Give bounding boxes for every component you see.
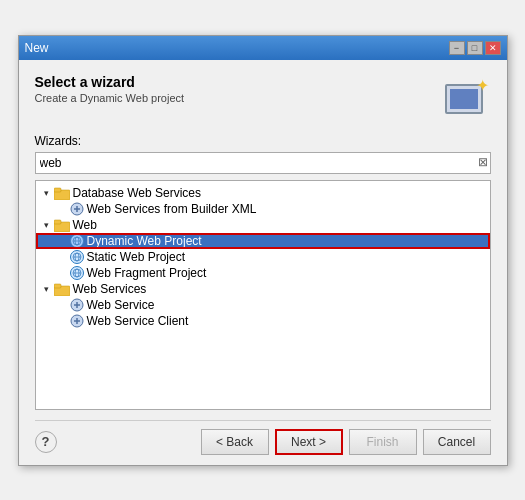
close-button[interactable]: ✕ <box>485 41 501 55</box>
tree-label-db-services-group: Database Web Services <box>73 186 202 200</box>
spacer-icon2: ▾ <box>56 234 70 248</box>
tree-label-ws-builder: Web Services from Builder XML <box>87 202 257 216</box>
help-button[interactable]: ? <box>35 431 57 453</box>
svg-rect-1 <box>54 188 61 192</box>
search-clear-icon[interactable]: ⊠ <box>478 155 488 169</box>
tree-item-web-service[interactable]: ▾ Web Service <box>36 297 490 313</box>
window-title: New <box>25 41 49 55</box>
header-section: Select a wizard Create a Dynamic Web pro… <box>35 74 491 122</box>
tree-label-web-service-client: Web Service Client <box>87 314 189 328</box>
globe-icon-fragment <box>70 266 84 280</box>
svg-rect-6 <box>54 220 61 224</box>
expand-icon-web: ▾ <box>40 218 54 232</box>
wizard-icon: ✦ <box>443 74 491 122</box>
header-text: Select a wizard Create a Dynamic Web pro… <box>35 74 185 104</box>
window-controls: − □ ✕ <box>449 41 501 55</box>
ws-icon-client <box>70 314 84 328</box>
tree-item-web-service-client[interactable]: ▾ Web Service Client <box>36 313 490 329</box>
button-group: < Back Next > Finish Cancel <box>201 429 491 455</box>
folder-icon-ws-group <box>54 282 70 296</box>
tree-item-web-group[interactable]: ▾ Web <box>36 217 490 233</box>
spacer-icon3: ▾ <box>56 250 70 264</box>
footer-section: ? < Back Next > Finish Cancel <box>35 420 491 455</box>
titlebar: New − □ ✕ <box>19 36 507 60</box>
tree-label-static-web-project: Static Web Project <box>87 250 185 264</box>
tree-label-dynamic-web-project: Dynamic Web Project <box>87 234 202 248</box>
folder-icon <box>54 186 70 200</box>
tree-item-db-services-group[interactable]: ▾ Database Web Services <box>36 185 490 201</box>
expand-icon: ▾ <box>40 186 54 200</box>
finish-button[interactable]: Finish <box>349 429 417 455</box>
spacer-icon: ▾ <box>56 202 70 216</box>
globe-icon-dynamic <box>70 234 84 248</box>
tree-label-web-fragment-project: Web Fragment Project <box>87 266 207 280</box>
tree-label-web-service: Web Service <box>87 298 155 312</box>
wizard-tree[interactable]: ▾ Database Web Services ▾ <box>35 180 491 410</box>
ws-icon-service <box>70 298 84 312</box>
spacer-icon6: ▾ <box>56 314 70 328</box>
folder-icon-web <box>54 218 70 232</box>
maximize-button[interactable]: □ <box>467 41 483 55</box>
page-title: Select a wizard <box>35 74 185 90</box>
expand-icon-ws-group: ▾ <box>40 282 54 296</box>
tree-label-web-services-group: Web Services <box>73 282 147 296</box>
tree-item-static-web-project[interactable]: ▾ Static Web Project <box>36 249 490 265</box>
content-area: Select a wizard Create a Dynamic Web pro… <box>19 60 507 465</box>
spacer-icon5: ▾ <box>56 298 70 312</box>
tree-item-web-fragment-project[interactable]: ▾ Web Fragment Project <box>36 265 490 281</box>
tree-item-dynamic-web-project[interactable]: ▾ Dynamic Web Project <box>36 233 490 249</box>
svg-rect-17 <box>54 284 61 288</box>
page-subtitle: Create a Dynamic Web project <box>35 92 185 104</box>
tree-item-ws-builder[interactable]: ▾ Web Services from Builder XML <box>36 201 490 217</box>
minimize-button[interactable]: − <box>449 41 465 55</box>
ws-icon <box>70 202 84 216</box>
search-wrapper: ⊠ <box>35 152 491 174</box>
back-button[interactable]: < Back <box>201 429 269 455</box>
wizards-label: Wizards: <box>35 134 491 148</box>
new-wizard-window: New − □ ✕ Select a wizard Create a Dynam… <box>18 35 508 466</box>
star-icon: ✦ <box>476 76 489 95</box>
spacer-icon4: ▾ <box>56 266 70 280</box>
search-input[interactable] <box>35 152 491 174</box>
tree-label-web-group: Web <box>73 218 97 232</box>
tree-item-web-services-group[interactable]: ▾ Web Services <box>36 281 490 297</box>
next-button[interactable]: Next > <box>275 429 343 455</box>
cancel-button[interactable]: Cancel <box>423 429 491 455</box>
globe-icon-static <box>70 250 84 264</box>
